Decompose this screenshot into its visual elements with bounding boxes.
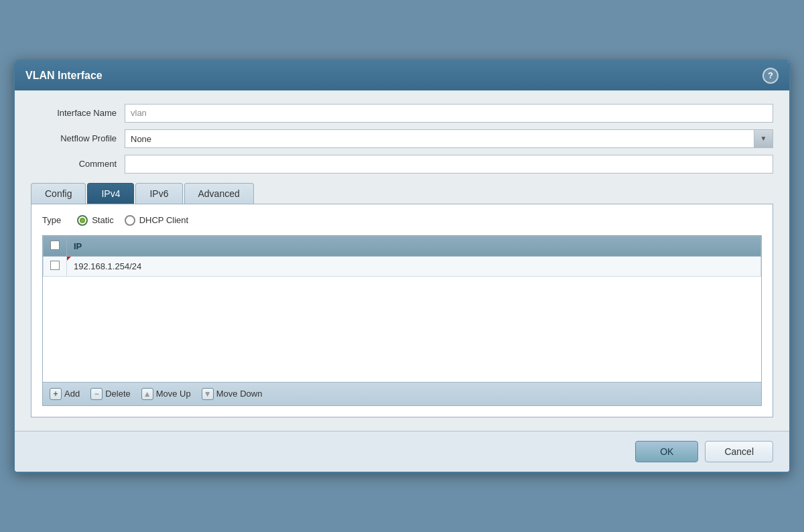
comment-row: Comment: [31, 155, 773, 174]
delete-label: Delete: [105, 389, 131, 399]
table-header-row: IP: [44, 236, 761, 256]
tab-advanced[interactable]: Advanced: [184, 183, 254, 204]
radio-dhcp-label: DHCP Client: [139, 215, 188, 225]
dialog-title: VLAN Interface: [25, 70, 103, 82]
radio-static[interactable]: Static: [77, 215, 114, 226]
ip-table-body: 192.168.1.254/24: [44, 256, 761, 276]
move-up-label: Move Up: [156, 389, 191, 399]
title-bar: VLAN Interface ?: [15, 61, 789, 90]
dialog-body: Interface Name Netflow Profile None ▼ Co…: [15, 90, 789, 431]
delete-icon: −: [90, 388, 103, 400]
move-down-button[interactable]: ▼ Move Down: [202, 388, 263, 400]
radio-static-inner: [80, 218, 85, 223]
tab-config[interactable]: Config: [31, 183, 86, 204]
header-checkbox[interactable]: [50, 241, 60, 250]
type-label: Type: [42, 215, 61, 225]
netflow-profile-label: Netflow Profile: [31, 133, 125, 143]
table-header-ip: IP: [67, 236, 761, 256]
radio-dhcp[interactable]: DHCP Client: [125, 215, 188, 226]
add-button[interactable]: + Add: [50, 388, 80, 400]
vlan-interface-dialog: VLAN Interface ? Interface Name Netflow …: [13, 60, 791, 473]
netflow-profile-value: None: [125, 130, 754, 147]
move-down-icon: ▼: [202, 388, 214, 400]
dialog-footer: OK Cancel: [15, 431, 789, 472]
comment-label: Comment: [31, 159, 125, 169]
tab-ipv6[interactable]: IPv6: [135, 183, 182, 204]
ip-value: 192.168.1.254/24: [74, 261, 141, 271]
radio-dhcp-circle[interactable]: [125, 215, 135, 226]
move-down-label: Move Down: [216, 389, 263, 399]
radio-static-label: Static: [92, 215, 114, 225]
interface-name-input[interactable]: [125, 104, 773, 123]
tabs-container: Config IPv4 IPv6 Advanced: [31, 183, 773, 204]
move-up-icon: ▲: [141, 388, 153, 400]
add-label: Add: [64, 389, 80, 399]
comment-input[interactable]: [125, 155, 773, 174]
row-checkbox-cell[interactable]: [44, 256, 67, 276]
cancel-button[interactable]: Cancel: [705, 441, 773, 462]
netflow-profile-dropdown-btn[interactable]: ▼: [754, 130, 773, 147]
move-up-button[interactable]: ▲ Move Up: [141, 388, 191, 400]
help-icon[interactable]: ?: [762, 68, 779, 84]
tab-content-ipv4: Type Static DHCP Client: [31, 204, 773, 417]
ok-button[interactable]: OK: [635, 441, 698, 462]
delete-button[interactable]: − Delete: [90, 388, 131, 400]
netflow-profile-row: Netflow Profile None ▼: [31, 129, 773, 148]
radio-static-circle[interactable]: [77, 215, 88, 226]
interface-name-row: Interface Name: [31, 104, 773, 123]
table-row: 192.168.1.254/24: [44, 256, 761, 276]
type-row: Type Static DHCP Client: [42, 215, 762, 226]
ip-table-wrap: IP 192.168.1.254/24: [42, 235, 762, 383]
interface-name-label: Interface Name: [31, 108, 125, 118]
netflow-profile-select[interactable]: None ▼: [125, 129, 773, 148]
ip-value-cell: 192.168.1.254/24: [67, 256, 761, 276]
row-checkbox[interactable]: [50, 261, 60, 270]
ip-table: IP 192.168.1.254/24: [43, 236, 761, 277]
table-toolbar: + Add − Delete ▲ Move Up ▼ Move Down: [42, 383, 762, 406]
add-icon: +: [50, 388, 62, 400]
red-corner-flag: [67, 257, 71, 261]
table-header-checkbox[interactable]: [44, 236, 67, 256]
tab-ipv4[interactable]: IPv4: [87, 183, 134, 204]
